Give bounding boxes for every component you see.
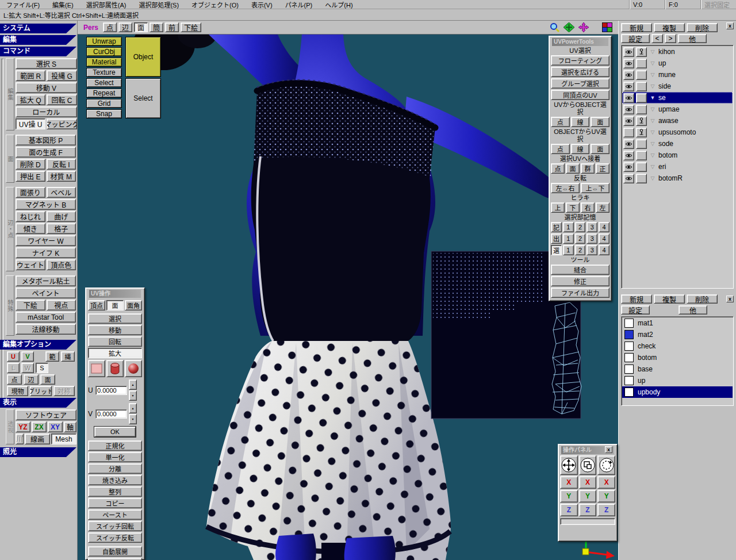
material-swatch[interactable] [624, 342, 634, 351]
lock-toggle[interactable] [636, 151, 647, 160]
view-toggle-button[interactable]: 面 [134, 22, 148, 32]
uv-tool-button[interactable]: 整列 [88, 486, 142, 497]
uvpt-button[interactable]: 右 [581, 202, 595, 213]
command-button[interactable]: 頂点色 [47, 259, 76, 270]
u-spin-up-icon[interactable]: ▲ [129, 379, 137, 390]
expand-triangle-icon[interactable]: ▽ [649, 141, 657, 147]
edit-option-button[interactable]: 点 [7, 374, 22, 385]
section-lighting[interactable]: 照光 [0, 447, 76, 457]
display-option-button[interactable]: XY [48, 421, 63, 432]
visibility-toggle[interactable] [623, 93, 634, 103]
command-button[interactable]: 法線移動 [16, 324, 76, 335]
uvpt-button[interactable]: 群 [581, 163, 595, 174]
menu-item[interactable]: 表示(V) [245, 0, 279, 9]
uvpt-button[interactable]: 1 [563, 233, 574, 244]
command-button[interactable]: 傾き [16, 223, 45, 234]
uvpt-button[interactable]: 選 [551, 245, 562, 255]
object-row[interactable]: ▽side [622, 80, 733, 92]
command-button[interactable]: 削除 D [16, 159, 45, 170]
unwrap-mode-button[interactable]: CurObj [86, 47, 122, 56]
uv-action-button[interactable]: 拡大 [88, 348, 142, 358]
rotate-icon[interactable] [578, 22, 589, 32]
uvpt-button[interactable]: 上⇔下 [581, 183, 610, 193]
command-group-tab[interactable]: 辺・点 [6, 187, 14, 271]
unwrap-mode-button[interactable]: Snap [86, 109, 122, 118]
object-toolbar-button[interactable]: 設定 [621, 34, 650, 43]
axis-button[interactable]: Y [579, 490, 597, 503]
object-toolbar-button[interactable]: 新規 [621, 23, 652, 32]
uv-tool-button[interactable]: スイッチ回転 [88, 521, 142, 531]
uvpt-button[interactable]: 2 [575, 222, 586, 232]
expand-triangle-icon[interactable]: ▽ [649, 60, 657, 66]
command-button[interactable]: マッピング [47, 118, 76, 129]
edit-option-button[interactable]: グリッド [30, 386, 51, 396]
uv-mode-button[interactable]: 面角 [125, 300, 142, 310]
uvpowertools-title[interactable]: UVPowerTools [552, 38, 608, 46]
command-button[interactable]: 基本図形 P [16, 135, 76, 145]
lock-toggle[interactable] [636, 59, 647, 68]
menu-item[interactable]: 選択部属性(A) [80, 0, 133, 9]
display-option-button[interactable]: 線画 [25, 434, 50, 444]
uvpt-button[interactable]: 縫合 [551, 264, 610, 275]
view-layout-icon[interactable] [602, 22, 612, 32]
unwrap-mode-button[interactable]: Material [86, 57, 122, 67]
visibility-toggle[interactable] [623, 59, 634, 68]
command-button[interactable]: ワイヤー W [16, 235, 76, 246]
material-swatch[interactable] [624, 319, 634, 328]
section-system[interactable]: システム [0, 24, 76, 33]
lock-toggle[interactable] [636, 116, 647, 126]
display-option-button[interactable]: 軸 [64, 421, 76, 432]
perspective-tab[interactable]: 透視 [6, 409, 14, 444]
uv-tool-button[interactable]: スイッチ反転 [88, 532, 142, 543]
uvpt-button[interactable]: 4 [599, 245, 610, 255]
uvpt-button[interactable]: 点 [551, 117, 570, 127]
uv-tool-button[interactable]: 焼き込み [88, 475, 142, 485]
object-toolbar-button[interactable]: 複製 [654, 23, 685, 32]
operation-panel[interactable]: 操作パネル x XXXYYYZZZ [558, 444, 618, 542]
rotate-tool-icon[interactable] [597, 455, 615, 475]
uvpt-button[interactable]: 出 [551, 233, 562, 244]
lock-toggle[interactable] [636, 70, 647, 80]
uvpt-button[interactable]: 選択を広げる [551, 67, 610, 77]
edit-option-button[interactable]: V [21, 351, 34, 362]
command-group-tab[interactable]: 編集 [6, 58, 14, 131]
edit-option-button[interactable]: S [36, 363, 48, 373]
visibility-toggle[interactable] [623, 47, 634, 57]
object-row[interactable]: ▽up [622, 57, 733, 69]
object-row[interactable]: ▽upmae [622, 103, 733, 115]
command-button[interactable]: 範囲 R [16, 70, 45, 81]
visibility-toggle[interactable] [623, 105, 634, 114]
command-button[interactable]: ペイント [16, 287, 76, 298]
expand-triangle-icon[interactable]: ▼ [649, 95, 657, 101]
expand-triangle-icon[interactable]: ▽ [649, 152, 657, 158]
uvpt-button[interactable]: 同頂点のUV [551, 90, 610, 100]
uvpt-button[interactable]: 2 [575, 245, 586, 255]
visibility-toggle[interactable] [623, 139, 634, 149]
uvpt-button[interactable]: 1 [563, 222, 574, 232]
zoom-icon[interactable] [550, 22, 559, 32]
material-swatch[interactable] [624, 388, 634, 397]
uv-tool-button[interactable]: コピー [88, 498, 142, 508]
visibility-toggle[interactable] [623, 82, 634, 91]
uv-tool-button[interactable]: 正規化 [88, 440, 142, 451]
unwrap-mode-button[interactable]: Object [125, 37, 161, 77]
uvpt-button[interactable]: 線 [571, 144, 590, 154]
object-row[interactable]: ▽botomR [622, 172, 733, 184]
object-row[interactable]: ▼se [622, 92, 733, 103]
uvpt-button[interactable]: 1 [563, 245, 574, 255]
axis-button[interactable]: Z [597, 504, 615, 516]
u-value-input[interactable]: 0.0000 [95, 386, 127, 395]
uvpt-button[interactable]: フローティング [551, 55, 610, 66]
uvpt-button[interactable]: 左 [596, 202, 610, 213]
edit-option-button[interactable]: 範 [45, 351, 59, 362]
object-row[interactable]: ▽awase [622, 115, 733, 126]
object-row[interactable]: ▽sode [622, 138, 733, 149]
edit-option-button[interactable]: U [7, 351, 20, 362]
close-icon[interactable]: x [605, 446, 612, 453]
command-group-tab[interactable]: 特殊 [6, 275, 14, 336]
command-button[interactable]: 視点 [47, 300, 76, 310]
unwrap-mode-button[interactable]: Select [125, 78, 161, 118]
selection-lock-button[interactable]: 選択固定 [700, 0, 736, 9]
display-option-button[interactable]: ソフトウェア [16, 409, 76, 420]
uvpt-button[interactable]: 3 [586, 233, 597, 244]
